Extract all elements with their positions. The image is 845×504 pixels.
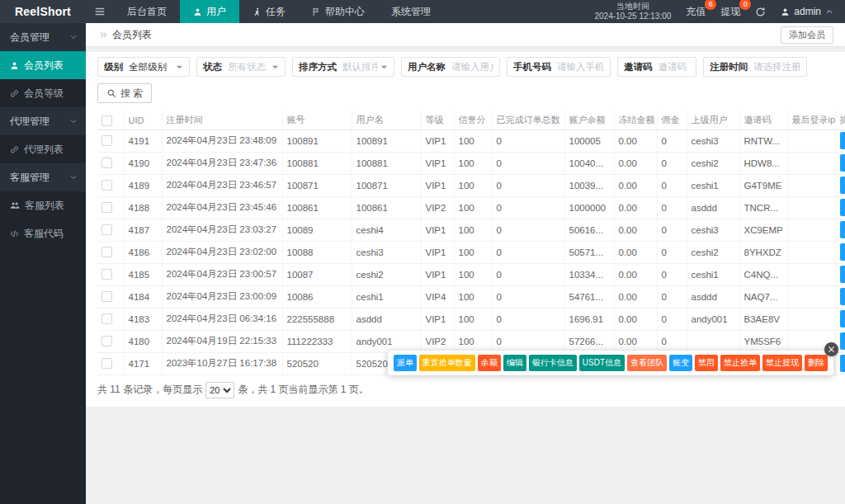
cell-invite-code: TNCR... [739,196,787,219]
cell-orders: 0 [492,174,564,196]
sidebar-item[interactable]: 代理管理 [0,107,86,135]
withdraw-button[interactable]: 提现 0 [720,5,740,19]
cell-username: ceshi2 [352,263,421,285]
chevron-up-icon [825,7,833,16]
row-action-button[interactable]: 禁止提现 [762,355,802,371]
sidebar-item-icon [10,89,19,98]
column-header: 账户余额 [564,111,614,130]
register-time-input[interactable] [753,62,800,72]
select-all-cell [97,111,124,130]
cell-balance: 1000000 [564,196,614,219]
dispatch-order-button[interactable]: 派单 [840,332,845,350]
cell-account: 100881 [282,152,352,174]
column-header: 注册时间 [162,111,282,130]
cell-level: VIP2 [421,330,454,352]
dispatch-order-button[interactable]: 派单 [840,221,845,238]
cell-parent-user: ceshi2 [687,241,739,263]
dispatch-order-button[interactable]: 派单 [840,355,845,372]
row-checkbox[interactable] [101,358,112,369]
top-nav-item[interactable]: 后台首页 [114,0,180,23]
search-button[interactable]: 搜 索 [97,83,152,103]
sidebar-item[interactable]: 会员等级 [0,79,86,107]
row-checkbox[interactable] [101,158,112,168]
sidebar-item[interactable]: 代理列表 [0,135,86,163]
sidebar-item[interactable]: 客服代码 [0,219,86,247]
row-action-button[interactable]: 删除 [805,355,828,371]
username-input[interactable] [451,62,493,72]
top-nav-item[interactable]: 用户 [180,0,239,23]
dispatch-order-button[interactable]: 派单 [840,243,845,261]
sidebar-item[interactable]: 客服列表 [0,191,86,219]
invite-code-input[interactable] [659,62,691,72]
sidebar-item[interactable]: 客服管理 [0,163,86,191]
row-checkbox[interactable] [101,224,112,235]
cell-orders: 0 [492,152,564,174]
row-checkbox[interactable] [101,313,112,324]
sidebar-item-icon [10,145,19,154]
cell-username: 100891 [352,130,421,152]
local-time-value: 2024-10-25 12:13:00 [594,12,671,22]
top-nav-item[interactable]: 任务 [239,0,299,23]
cell-uid: 4184 [124,285,162,308]
phone-input[interactable] [557,62,604,72]
tab-member-list[interactable]: 会员列表 [86,23,165,46]
row-action-button[interactable]: 禁止抢单 [720,355,760,371]
top-nav-item[interactable]: 帮助中心 [299,0,378,23]
cell-credit: 100 [454,285,492,308]
dispatch-order-button[interactable]: 派单 [840,288,845,305]
status-filter-select[interactable]: 状态 所有状态 [196,57,286,77]
admin-menu[interactable]: admin [781,6,833,17]
cell-username: ceshi4 [352,219,421,241]
row-checkbox[interactable] [101,180,112,191]
row-action-button[interactable]: 派单 [394,355,417,371]
cell-credit: 100 [454,330,492,352]
sidebar-item[interactable]: 会员列表 [0,51,86,79]
row-checkbox[interactable] [101,202,112,213]
local-time-label: 当地时间 [594,2,671,12]
menu-toggle-icon[interactable] [86,0,114,23]
column-header: 最后登录ip [787,111,835,130]
cell-level: VIP1 [421,308,454,330]
row-action-button[interactable]: 编辑 [503,355,526,371]
row-action-button[interactable]: 账变 [669,355,692,371]
cell-reg-time: 2023年10月27日 16:17:38 [162,352,282,374]
dispatch-order-button[interactable]: 派单 [840,132,845,149]
dispatch-order-button[interactable]: 派单 [840,177,845,194]
row-action-button[interactable]: 禁用 [695,355,718,371]
row-action-button[interactable]: 重置抢单数量 [419,355,475,371]
refresh-icon[interactable] [755,7,766,17]
recharge-button[interactable]: 充值 6 [686,5,706,19]
cell-orders: 0 [492,219,564,241]
page-size-select[interactable]: 20 [205,382,234,398]
cell-invite-code: HDW8... [739,152,787,174]
select-all-checkbox[interactable] [101,115,112,126]
close-icon[interactable] [824,342,838,356]
dispatch-order-button[interactable]: 派单 [840,266,845,283]
sidebar-item[interactable]: 会员管理 [0,23,86,51]
cell-username: andy001 [352,330,421,352]
cell-parent-user: andy001 [687,308,739,330]
row-checkbox[interactable] [101,135,112,146]
row-checkbox[interactable] [101,269,112,280]
row-checkbox[interactable] [101,336,112,346]
top-nav-item[interactable]: 系统管理 [378,0,444,23]
sort-filter-select[interactable]: 排序方式 默认排序 [292,57,394,77]
row-action-button[interactable]: 余额 [478,355,501,371]
sidebar: 会员管理 会员列表 会员等级 代理管理 代理列表 客服管理 [0,23,86,504]
add-member-button[interactable]: 添加会员 [781,26,833,44]
main-content: 级别 全部级别 状态 所有状态 排序方式 默认排序 用户名称 手机号码 [86,47,845,504]
sidebar-item-icon [10,229,19,238]
cell-account: 10088 [282,241,352,263]
dispatch-order-button[interactable]: 派单 [840,310,845,327]
cell-frozen: 0.00 [614,285,657,308]
row-checkbox[interactable] [101,291,112,302]
dispatch-order-button[interactable]: 派单 [840,154,845,172]
cell-credit: 100 [454,219,492,241]
row-action-button[interactable]: 银行卡信息 [529,355,577,371]
row-checkbox[interactable] [101,247,112,257]
row-action-button[interactable]: 查看团队 [627,355,667,371]
sidebar-item-label: 客服管理 [10,171,50,185]
dispatch-order-button[interactable]: 派单 [840,199,845,216]
level-filter-select[interactable]: 级别 全部级别 [97,57,190,77]
row-action-button[interactable]: USDT信息 [579,355,625,371]
